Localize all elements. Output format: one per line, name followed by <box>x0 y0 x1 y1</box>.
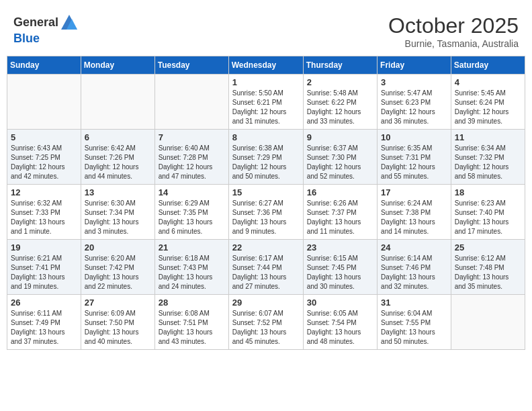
day-info: Sunrise: 6:09 AM Sunset: 7:50 PM Dayligh… <box>85 309 151 347</box>
location-title: Burnie, Tasmania, Australia <box>388 38 519 49</box>
day-info: Sunrise: 6:32 AM Sunset: 7:33 PM Dayligh… <box>11 199 77 236</box>
day-info: Sunrise: 6:18 AM Sunset: 7:43 PM Dayligh… <box>159 254 225 291</box>
calendar-cell: 29Sunrise: 6:07 AM Sunset: 7:52 PM Dayli… <box>228 295 303 350</box>
day-number: 18 <box>455 187 521 197</box>
day-number: 7 <box>159 132 225 142</box>
calendar-cell: 6Sunrise: 6:42 AM Sunset: 7:26 PM Daylig… <box>81 130 154 185</box>
day-number: 17 <box>381 187 447 197</box>
calendar-cell: 17Sunrise: 6:24 AM Sunset: 7:38 PM Dayli… <box>378 185 451 240</box>
day-info: Sunrise: 6:40 AM Sunset: 7:28 PM Dayligh… <box>159 144 225 181</box>
calendar-cell <box>81 75 154 130</box>
day-number: 29 <box>232 298 300 308</box>
day-info: Sunrise: 5:50 AM Sunset: 6:21 PM Dayligh… <box>232 89 300 126</box>
calendar-cell: 10Sunrise: 6:35 AM Sunset: 7:31 PM Dayli… <box>378 130 451 185</box>
calendar-cell: 5Sunrise: 6:43 AM Sunset: 7:25 PM Daylig… <box>7 130 81 185</box>
day-number: 22 <box>232 242 300 253</box>
calendar-cell: 31Sunrise: 6:04 AM Sunset: 7:55 PM Dayli… <box>378 295 451 350</box>
day-info: Sunrise: 6:30 AM Sunset: 7:34 PM Dayligh… <box>85 199 151 236</box>
weekday-header-monday: Monday <box>81 56 154 75</box>
calendar-cell: 11Sunrise: 6:34 AM Sunset: 7:32 PM Dayli… <box>451 130 525 185</box>
calendar-cell: 18Sunrise: 6:23 AM Sunset: 7:40 PM Dayli… <box>451 185 525 240</box>
calendar-week-row: 19Sunrise: 6:21 AM Sunset: 7:41 PM Dayli… <box>7 240 525 295</box>
day-info: Sunrise: 6:12 AM Sunset: 7:48 PM Dayligh… <box>455 254 521 291</box>
calendar-week-row: 5Sunrise: 6:43 AM Sunset: 7:25 PM Daylig… <box>7 130 525 185</box>
weekday-header-friday: Friday <box>378 56 451 75</box>
day-info: Sunrise: 6:27 AM Sunset: 7:36 PM Dayligh… <box>232 199 300 236</box>
calendar-cell: 12Sunrise: 6:32 AM Sunset: 7:33 PM Dayli… <box>7 185 81 240</box>
calendar-table: SundayMondayTuesdayWednesdayThursdayFrid… <box>7 56 525 350</box>
calendar-cell: 27Sunrise: 6:09 AM Sunset: 7:50 PM Dayli… <box>81 295 154 350</box>
day-info: Sunrise: 6:04 AM Sunset: 7:55 PM Dayligh… <box>381 309 447 347</box>
day-info: Sunrise: 6:29 AM Sunset: 7:35 PM Dayligh… <box>159 199 225 236</box>
day-number: 19 <box>11 242 77 253</box>
calendar-cell: 16Sunrise: 6:26 AM Sunset: 7:37 PM Dayli… <box>303 185 377 240</box>
day-info: Sunrise: 5:48 AM Sunset: 6:22 PM Dayligh… <box>307 89 373 126</box>
calendar-cell: 1Sunrise: 5:50 AM Sunset: 6:21 PM Daylig… <box>228 75 303 130</box>
logo-blue: Blue <box>13 32 40 45</box>
day-number: 3 <box>381 77 447 87</box>
day-number: 31 <box>381 298 447 308</box>
calendar-cell: 3Sunrise: 5:47 AM Sunset: 6:23 PM Daylig… <box>378 75 451 130</box>
day-info: Sunrise: 6:34 AM Sunset: 7:32 PM Dayligh… <box>455 144 521 181</box>
day-number: 24 <box>381 242 447 253</box>
day-number: 23 <box>307 242 373 253</box>
page-header: General Blue October 2025 Burnie, Tasman… <box>7 7 525 52</box>
calendar-week-row: 12Sunrise: 6:32 AM Sunset: 7:33 PM Dayli… <box>7 185 525 240</box>
logo-general: General <box>13 16 58 30</box>
day-number: 4 <box>455 77 521 87</box>
weekday-header-row: SundayMondayTuesdayWednesdayThursdayFrid… <box>7 56 525 75</box>
day-info: Sunrise: 6:20 AM Sunset: 7:42 PM Dayligh… <box>85 254 151 291</box>
calendar-week-row: 26Sunrise: 6:11 AM Sunset: 7:49 PM Dayli… <box>7 295 525 350</box>
month-title: October 2025 <box>388 13 519 38</box>
day-number: 2 <box>307 77 373 87</box>
day-info: Sunrise: 6:11 AM Sunset: 7:49 PM Dayligh… <box>11 309 77 347</box>
logo-icon <box>60 13 79 32</box>
day-number: 15 <box>232 187 300 197</box>
day-info: Sunrise: 6:35 AM Sunset: 7:31 PM Dayligh… <box>381 144 447 181</box>
day-info: Sunrise: 6:07 AM Sunset: 7:52 PM Dayligh… <box>232 309 300 347</box>
day-number: 13 <box>85 187 151 197</box>
day-info: Sunrise: 6:15 AM Sunset: 7:45 PM Dayligh… <box>307 254 373 291</box>
day-number: 12 <box>11 187 77 197</box>
calendar-cell <box>451 295 525 350</box>
calendar-cell: 28Sunrise: 6:08 AM Sunset: 7:51 PM Dayli… <box>154 295 228 350</box>
day-info: Sunrise: 6:21 AM Sunset: 7:41 PM Dayligh… <box>11 254 77 291</box>
calendar-cell <box>154 75 228 130</box>
calendar-cell: 4Sunrise: 5:45 AM Sunset: 6:24 PM Daylig… <box>451 75 525 130</box>
day-number: 26 <box>11 298 77 308</box>
weekday-header-tuesday: Tuesday <box>154 56 228 75</box>
day-info: Sunrise: 6:38 AM Sunset: 7:29 PM Dayligh… <box>232 144 300 181</box>
calendar-cell: 26Sunrise: 6:11 AM Sunset: 7:49 PM Dayli… <box>7 295 81 350</box>
day-info: Sunrise: 6:42 AM Sunset: 7:26 PM Dayligh… <box>85 144 151 181</box>
calendar-cell: 7Sunrise: 6:40 AM Sunset: 7:28 PM Daylig… <box>154 130 228 185</box>
day-number: 16 <box>307 187 373 197</box>
logo: General Blue <box>13 13 79 46</box>
day-number: 28 <box>159 298 225 308</box>
calendar-cell: 13Sunrise: 6:30 AM Sunset: 7:34 PM Dayli… <box>81 185 154 240</box>
calendar-cell: 19Sunrise: 6:21 AM Sunset: 7:41 PM Dayli… <box>7 240 81 295</box>
day-info: Sunrise: 6:43 AM Sunset: 7:25 PM Dayligh… <box>11 144 77 181</box>
day-number: 27 <box>85 298 151 308</box>
day-info: Sunrise: 6:26 AM Sunset: 7:37 PM Dayligh… <box>307 199 373 236</box>
calendar-cell: 20Sunrise: 6:20 AM Sunset: 7:42 PM Dayli… <box>81 240 154 295</box>
day-number: 1 <box>232 77 300 87</box>
day-info: Sunrise: 5:45 AM Sunset: 6:24 PM Dayligh… <box>455 89 521 126</box>
weekday-header-saturday: Saturday <box>451 56 525 75</box>
day-number: 30 <box>307 298 373 308</box>
calendar-cell: 9Sunrise: 6:37 AM Sunset: 7:30 PM Daylig… <box>303 130 377 185</box>
day-info: Sunrise: 6:08 AM Sunset: 7:51 PM Dayligh… <box>159 309 225 347</box>
calendar-cell: 24Sunrise: 6:14 AM Sunset: 7:46 PM Dayli… <box>378 240 451 295</box>
weekday-header-sunday: Sunday <box>7 56 81 75</box>
weekday-header-thursday: Thursday <box>303 56 377 75</box>
day-number: 21 <box>159 242 225 253</box>
day-info: Sunrise: 6:24 AM Sunset: 7:38 PM Dayligh… <box>381 199 447 236</box>
day-info: Sunrise: 6:23 AM Sunset: 7:40 PM Dayligh… <box>455 199 521 236</box>
calendar-cell: 14Sunrise: 6:29 AM Sunset: 7:35 PM Dayli… <box>154 185 228 240</box>
calendar-cell <box>7 75 81 130</box>
day-number: 6 <box>85 132 151 142</box>
calendar-week-row: 1Sunrise: 5:50 AM Sunset: 6:21 PM Daylig… <box>7 75 525 130</box>
day-number: 25 <box>455 242 521 253</box>
calendar-cell: 22Sunrise: 6:17 AM Sunset: 7:44 PM Dayli… <box>228 240 303 295</box>
day-number: 10 <box>381 132 447 142</box>
day-number: 14 <box>159 187 225 197</box>
